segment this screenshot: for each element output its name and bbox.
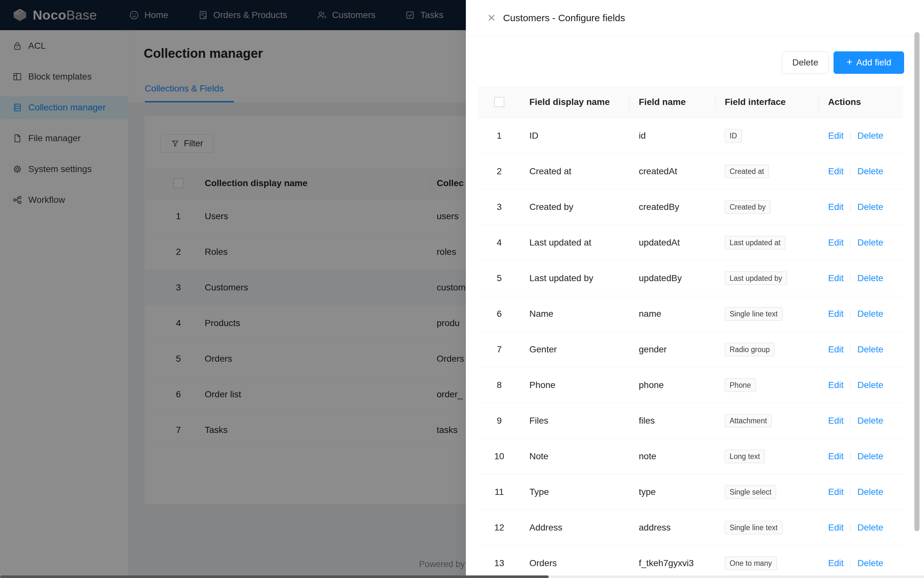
edit-link[interactable]: Edit — [828, 237, 843, 247]
delete-link[interactable]: Delete — [857, 487, 883, 497]
field-interface-tag: One to many — [725, 557, 777, 570]
field-row[interactable]: 7 Genter gender Radio group EditDelete — [478, 332, 903, 367]
field-row[interactable]: 4 Last updated at updatedAt Last updated… — [478, 225, 903, 261]
field-name: f_tkeh7gyxvi3 — [639, 558, 725, 568]
action-divider — [850, 345, 851, 354]
field-name: createdAt — [639, 166, 725, 177]
field-row[interactable]: 3 Created by createdBy Created by EditDe… — [478, 189, 903, 225]
configure-fields-drawer: ✕ Customers - Configure fields Delete + … — [466, 0, 924, 578]
add-field-label: Add field — [856, 57, 891, 68]
field-display-name: Last updated by — [529, 273, 639, 283]
edit-link[interactable]: Edit — [828, 273, 843, 283]
edit-link[interactable]: Edit — [828, 380, 843, 390]
field-interface-tag: Radio group — [725, 343, 775, 357]
drawer-action-buttons: Delete + Add field — [782, 51, 904, 74]
field-interface-tag: Last updated by — [725, 271, 787, 285]
column-actions: Actions — [828, 97, 903, 107]
delete-link[interactable]: Delete — [857, 131, 883, 141]
row-number: 7 — [494, 344, 504, 355]
field-row[interactable]: 8 Phone phone Phone EditDelete — [478, 367, 903, 403]
delete-link[interactable]: Delete — [857, 523, 883, 533]
field-row[interactable]: 9 Files files Attachment EditDelete — [478, 403, 903, 439]
row-number: 12 — [494, 523, 504, 533]
fields-table-header: Field display name Field name Field inte… — [478, 86, 903, 118]
field-name: updatedAt — [639, 237, 725, 248]
field-display-name: Last updated at — [529, 237, 639, 248]
field-row[interactable]: 5 Last updated by updatedBy Last updated… — [478, 261, 903, 296]
delete-link[interactable]: Delete — [857, 309, 883, 319]
delete-link[interactable]: Delete — [857, 416, 883, 425]
field-display-name: Note — [529, 451, 639, 461]
field-display-name: Address — [529, 523, 639, 533]
row-number: 9 — [494, 416, 504, 426]
field-display-name: Phone — [529, 380, 639, 390]
edit-link[interactable]: Edit — [828, 451, 843, 461]
field-interface-tag: Long text — [725, 450, 765, 463]
field-interface-tag: Created at — [725, 165, 769, 179]
row-number: 8 — [494, 380, 504, 390]
edit-link[interactable]: Edit — [828, 166, 843, 176]
drawer-header: ✕ Customers - Configure fields — [466, 0, 924, 36]
action-divider — [850, 452, 851, 461]
delete-link[interactable]: Delete — [857, 166, 883, 176]
field-row[interactable]: 13 Orders f_tkeh7gyxvi3 One to many Edit… — [478, 546, 903, 578]
edit-link[interactable]: Edit — [828, 131, 843, 141]
field-interface-tag: Single select — [725, 485, 776, 499]
edit-link[interactable]: Edit — [828, 344, 843, 354]
field-row[interactable]: 6 Name name Single line text EditDelete — [478, 296, 903, 332]
row-number: 11 — [494, 487, 504, 497]
action-divider — [850, 559, 851, 567]
field-name: note — [639, 451, 725, 461]
field-display-name: Created by — [529, 202, 639, 212]
row-number: 10 — [494, 451, 504, 461]
row-number: 13 — [494, 558, 504, 568]
field-row[interactable]: 1 ID id ID EditDelete — [478, 118, 903, 154]
close-icon[interactable]: ✕ — [485, 11, 499, 25]
field-interface-tag: Single line text — [725, 307, 783, 321]
delete-link[interactable]: Delete — [857, 558, 883, 568]
delete-link[interactable]: Delete — [857, 380, 883, 390]
field-row[interactable]: 2 Created at createdAt Created at EditDe… — [478, 154, 903, 189]
field-interface-tag: ID — [725, 129, 742, 143]
edit-link[interactable]: Edit — [828, 487, 843, 497]
delete-button[interactable]: Delete — [782, 51, 829, 74]
field-name: files — [639, 416, 725, 426]
field-row[interactable]: 11 Type type Single select EditDelete — [478, 474, 903, 510]
field-display-name: Orders — [529, 558, 639, 568]
row-number: 4 — [494, 237, 504, 248]
action-divider — [850, 381, 851, 389]
field-row[interactable]: 10 Note note Long text EditDelete — [478, 439, 903, 474]
column-field-name: Field name — [639, 97, 725, 107]
select-all-fields-checkbox[interactable] — [494, 97, 504, 107]
delete-link[interactable]: Delete — [857, 273, 883, 283]
delete-link[interactable]: Delete — [857, 237, 883, 247]
delete-link[interactable]: Delete — [857, 344, 883, 354]
field-name: id — [639, 131, 725, 141]
field-interface-tag: Attachment — [725, 414, 772, 428]
column-field-display-name: Field display name — [529, 97, 639, 107]
action-divider — [850, 310, 851, 318]
edit-link[interactable]: Edit — [828, 309, 843, 319]
column-field-interface: Field interface — [725, 97, 828, 107]
horizontal-scrollbar-track[interactable] — [0, 575, 924, 578]
add-field-button[interactable]: + Add field — [833, 51, 904, 74]
delete-link[interactable]: Delete — [857, 451, 883, 461]
edit-link[interactable]: Edit — [828, 558, 843, 568]
row-number: 1 — [494, 131, 504, 141]
action-divider — [850, 488, 851, 496]
delete-link[interactable]: Delete — [857, 202, 883, 212]
field-name: type — [639, 487, 725, 497]
edit-link[interactable]: Edit — [828, 202, 843, 212]
edit-link[interactable]: Edit — [828, 416, 843, 425]
field-name: address — [639, 523, 725, 533]
field-interface-tag: Single line text — [725, 521, 783, 535]
edit-link[interactable]: Edit — [828, 523, 843, 533]
drawer-vertical-scrollbar[interactable] — [914, 32, 919, 531]
action-divider — [850, 203, 851, 211]
field-row[interactable]: 12 Address address Single line text Edit… — [478, 510, 903, 546]
field-interface-tag: Phone — [725, 378, 756, 392]
field-display-name: Genter — [529, 344, 639, 355]
field-display-name: Name — [529, 309, 639, 319]
action-divider — [850, 167, 851, 175]
horizontal-scrollbar-thumb[interactable] — [0, 575, 549, 578]
